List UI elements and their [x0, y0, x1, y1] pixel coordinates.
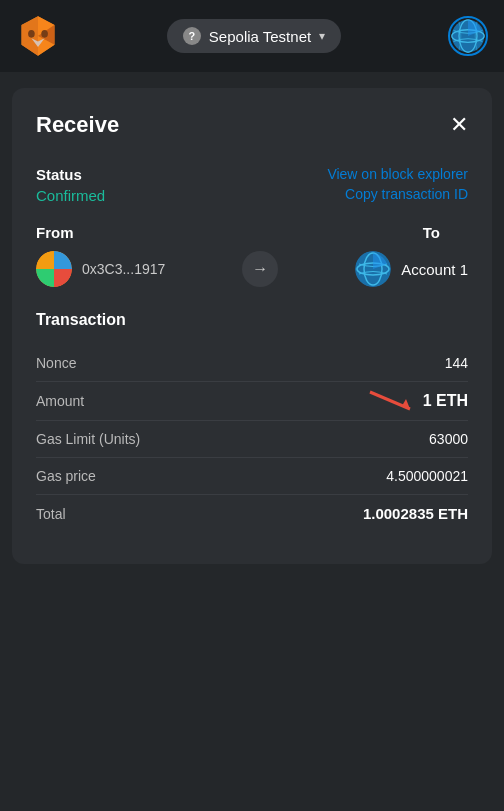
- amount-row: Amount 1 ETH: [36, 382, 468, 421]
- view-explorer-link[interactable]: View on block explorer: [327, 166, 468, 182]
- amount-arrow-annotation: [360, 384, 420, 414]
- card-title: Receive: [36, 112, 119, 138]
- svg-point-8: [41, 30, 48, 38]
- amount-label: Amount: [36, 393, 84, 409]
- amount-value: 1 ETH: [423, 392, 468, 410]
- gas-limit-value: 63000: [429, 431, 468, 447]
- from-avatar: [36, 251, 72, 287]
- nonce-label: Nonce: [36, 355, 76, 371]
- network-label: Sepolia Testnet: [209, 28, 311, 45]
- gas-price-value: 4.500000021: [386, 468, 468, 484]
- status-right: View on block explorer Copy transaction …: [327, 166, 468, 202]
- status-value: Confirmed: [36, 187, 105, 204]
- gas-price-label: Gas price: [36, 468, 96, 484]
- transaction-title: Transaction: [36, 311, 468, 329]
- to-account: Account 1: [355, 251, 468, 287]
- to-avatar: [355, 251, 391, 287]
- copy-tx-link[interactable]: Copy transaction ID: [345, 186, 468, 202]
- total-row: Total 1.0002835 ETH: [36, 495, 468, 532]
- from-address: 0x3C3...1917: [82, 261, 165, 277]
- total-value: 1.0002835 ETH: [363, 505, 468, 522]
- nonce-row: Nonce 144: [36, 345, 468, 382]
- gas-limit-label: Gas Limit (Units): [36, 431, 140, 447]
- metamask-logo: [16, 14, 60, 58]
- status-left: Status Confirmed: [36, 166, 105, 204]
- from-to-labels: From To: [36, 224, 468, 241]
- gas-limit-row: Gas Limit (Units) 63000: [36, 421, 468, 458]
- close-button[interactable]: ✕: [450, 114, 468, 136]
- app-header: ? Sepolia Testnet ▾: [0, 0, 504, 72]
- network-selector[interactable]: ? Sepolia Testnet ▾: [167, 19, 341, 53]
- to-label: To: [423, 224, 440, 241]
- network-question-icon: ?: [183, 27, 201, 45]
- from-to-content: 0x3C3...1917 → Account 1: [36, 251, 468, 287]
- card-header: Receive ✕: [36, 112, 468, 138]
- transaction-section: Transaction Nonce 144 Amount 1 ETH Gas L…: [36, 311, 468, 532]
- transaction-arrow: →: [242, 251, 278, 287]
- transaction-card: Receive ✕ Status Confirmed View on block…: [12, 88, 492, 564]
- from-to-section: From To 0x3C3...1917 →: [36, 224, 468, 287]
- nonce-value: 144: [445, 355, 468, 371]
- status-row: Status Confirmed View on block explorer …: [36, 166, 468, 204]
- total-label: Total: [36, 506, 66, 522]
- from-label: From: [36, 224, 74, 241]
- from-account: 0x3C3...1917: [36, 251, 165, 287]
- account-avatar[interactable]: [448, 16, 488, 56]
- gas-price-row: Gas price 4.500000021: [36, 458, 468, 495]
- status-label: Status: [36, 166, 105, 183]
- svg-point-7: [28, 30, 35, 38]
- chevron-down-icon: ▾: [319, 29, 325, 43]
- to-name: Account 1: [401, 261, 468, 278]
